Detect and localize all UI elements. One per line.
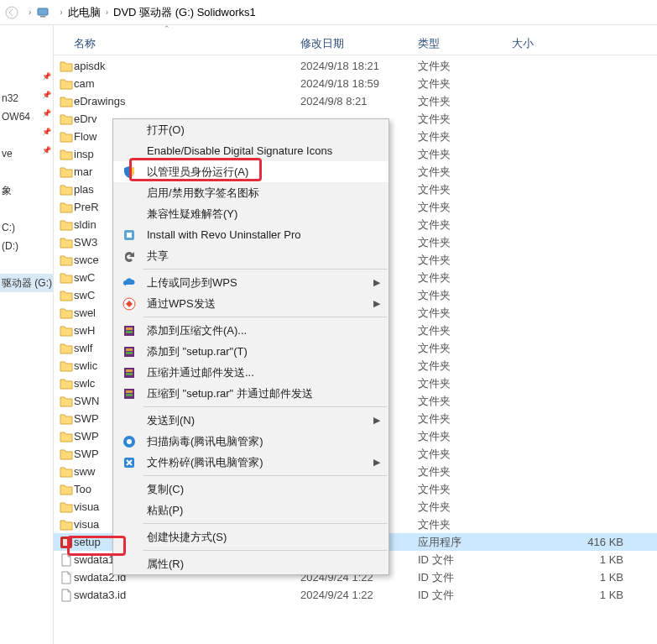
- file-name: eDrawings: [74, 95, 300, 107]
- menu-item-label: 添加到压缩文件(A)...: [147, 323, 247, 338]
- tree-item[interactable]: 象: [0, 181, 53, 200]
- file-row[interactable]: apisdk2024/9/18 18:21文件夹: [54, 57, 657, 75]
- file-row[interactable]: swdata3.id2024/9/24 1:22ID 文件1 KB: [54, 586, 657, 604]
- pin-icon: 📌: [42, 128, 51, 136]
- file-row[interactable]: cam2024/9/18 18:59文件夹: [54, 75, 657, 92]
- col-type[interactable]: 类型: [418, 36, 512, 51]
- svg-rect-18: [126, 394, 133, 396]
- folder-icon: [54, 219, 74, 231]
- file-size: 1 KB: [512, 553, 657, 566]
- file-icon: [54, 571, 74, 584]
- folder-icon: [54, 431, 74, 442]
- folder-icon: [54, 325, 74, 337]
- tree-item[interactable]: 驱动器 (G:) S: [0, 274, 53, 292]
- folder-icon: [54, 448, 74, 460]
- folder-icon: [54, 96, 74, 107]
- menu-item-label: 添加到 "setup.rar"(T): [147, 344, 248, 359]
- file-type: 文件夹: [418, 464, 512, 479]
- svg-rect-11: [126, 348, 133, 351]
- menu-item[interactable]: 发送到(N)▶: [113, 410, 388, 431]
- menu-item[interactable]: 兼容性疑难解答(Y): [113, 203, 388, 224]
- menu-item[interactable]: Install with Revo Uninstaller Pro: [113, 224, 388, 245]
- context-menu: 打开(O)Enable/Disable Digital Signature Ic…: [112, 118, 389, 575]
- menu-item[interactable]: 压缩到 "setup.rar" 并通过邮件发送: [113, 383, 388, 404]
- breadcrumb[interactable]: › › 此电脑 › DVD 驱动器 (G:) Solidworks1: [0, 0, 657, 25]
- menu-item-label: 压缩并通过邮件发送...: [147, 365, 254, 380]
- menu-item[interactable]: 粘贴(P): [113, 500, 388, 521]
- folder-icon: [54, 343, 74, 354]
- menu-item[interactable]: 打开(O): [113, 119, 388, 140]
- menu-item[interactable]: 扫描病毒(腾讯电脑管家): [113, 431, 388, 452]
- menu-item[interactable]: 上传或同步到WPS▶: [113, 272, 388, 293]
- file-type: 文件夹: [418, 411, 512, 427]
- file-row[interactable]: eDrawings2024/9/8 8:21文件夹: [54, 92, 657, 110]
- file-type: 文件夹: [418, 165, 512, 180]
- tree-item[interactable]: (D:): [0, 237, 53, 255]
- svg-point-20: [127, 439, 132, 444]
- col-size[interactable]: 大小: [512, 36, 657, 51]
- revo-icon: [122, 228, 137, 243]
- pin-icon: 📌: [42, 72, 51, 81]
- tree-item[interactable]: [0, 255, 53, 274]
- svg-rect-14: [126, 369, 133, 372]
- submenu-arrow-icon: ▶: [373, 298, 380, 309]
- col-date[interactable]: 修改日期: [300, 36, 418, 51]
- tree-item[interactable]: C:): [0, 218, 53, 237]
- menu-item[interactable]: 以管理员身份运行(A): [113, 161, 388, 182]
- menu-item-label: 文件粉碎(腾讯电脑管家): [147, 455, 263, 470]
- file-type: 文件夹: [418, 517, 512, 532]
- menu-item[interactable]: 创建快捷方式(S): [113, 526, 388, 547]
- file-type: ID 文件: [418, 552, 512, 568]
- menu-item-label: 复制(C): [147, 482, 184, 497]
- tree-item[interactable]: [0, 163, 53, 181]
- menu-item[interactable]: 复制(C): [113, 479, 388, 500]
- menu-item[interactable]: 文件粉碎(腾讯电脑管家)▶: [113, 452, 388, 473]
- folder-icon: [54, 131, 74, 143]
- submenu-arrow-icon: ▶: [373, 457, 380, 468]
- file-type: ID 文件: [418, 570, 512, 585]
- file-type: 文件夹: [418, 129, 512, 144]
- file-date: 2024/9/8 8:21: [300, 95, 418, 107]
- menu-item-label: 属性(R): [147, 557, 184, 572]
- pin-icon: 📌: [42, 91, 51, 99]
- menu-item-label: 通过WPS发送: [147, 296, 216, 312]
- file-type: 文件夹: [418, 76, 512, 92]
- folder-icon: [54, 466, 74, 478]
- svg-rect-2: [40, 16, 45, 18]
- breadcrumb-seg[interactable]: DVD 驱动器 (G:) Solidworks1: [113, 5, 256, 20]
- menu-item[interactable]: 共享: [113, 245, 388, 266]
- nav-tree[interactable]: n32OW64ve象C:)(D:)驱动器 (G:) S 📌📌📌📌📌: [0, 25, 54, 644]
- menu-item[interactable]: 添加到 "setup.rar"(T): [113, 341, 388, 362]
- svg-rect-1: [38, 8, 48, 15]
- menu-item[interactable]: 通过WPS发送▶: [113, 293, 388, 314]
- qq2-icon: [122, 455, 137, 470]
- file-name: apisdk: [74, 60, 300, 72]
- menu-item[interactable]: Enable/Disable Digital Signature Icons: [113, 140, 388, 161]
- folder-icon: [54, 395, 74, 407]
- file-type: 文件夹: [418, 447, 512, 462]
- svg-rect-4: [63, 539, 70, 546]
- folder-icon: [54, 149, 74, 160]
- menu-item-label: 上传或同步到WPS: [147, 275, 237, 291]
- folder-icon: [54, 237, 74, 249]
- menu-item[interactable]: 属性(R): [113, 553, 388, 574]
- column-headers[interactable]: 名称 修改日期 类型 大小: [54, 32, 657, 55]
- svg-rect-15: [126, 373, 133, 375]
- folder-icon: [54, 519, 74, 531]
- tree-item[interactable]: [0, 200, 53, 218]
- file-type: 文件夹: [418, 359, 512, 374]
- submenu-arrow-icon: ▶: [373, 415, 380, 426]
- menu-separator: [143, 550, 387, 551]
- file-type: 文件夹: [418, 147, 512, 162]
- col-name[interactable]: 名称: [74, 36, 300, 51]
- folder-icon: [54, 413, 74, 425]
- menu-item[interactable]: 压缩并通过邮件发送...: [113, 362, 388, 383]
- pin-icon: 📌: [42, 109, 51, 118]
- file-date: 2024/9/18 18:59: [300, 77, 418, 90]
- folder-icon: [54, 202, 74, 213]
- menu-item[interactable]: 添加到压缩文件(A)...: [113, 320, 388, 341]
- breadcrumb-seg[interactable]: 此电脑: [68, 5, 101, 20]
- menu-item[interactable]: 启用/禁用数字签名图标: [113, 182, 388, 203]
- svg-rect-12: [126, 352, 133, 354]
- file-type: 文件夹: [418, 394, 512, 409]
